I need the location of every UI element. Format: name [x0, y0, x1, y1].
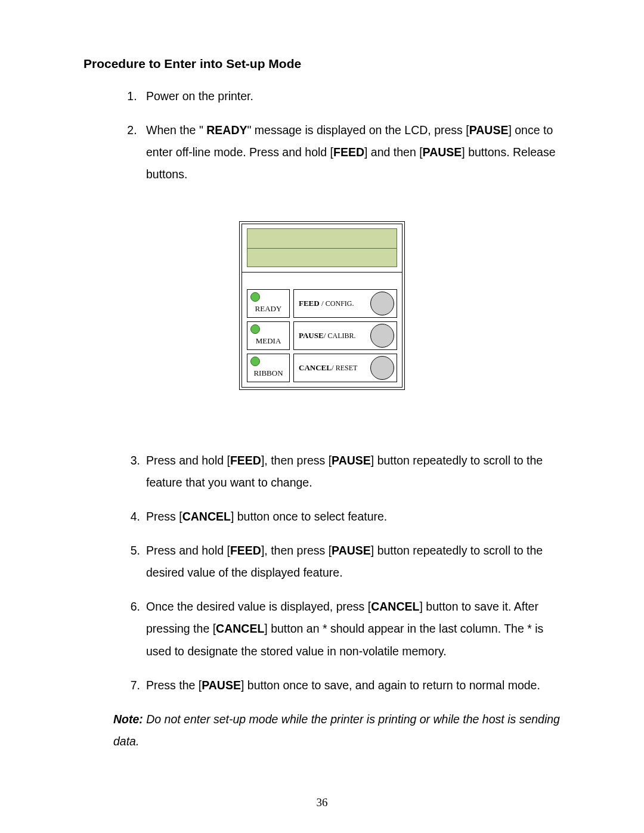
button-row-1: READY FEED / CONFIG.: [247, 289, 397, 318]
led-indicator-icon: [250, 292, 260, 302]
note-text: Do not enter set-up mode while the print…: [113, 713, 560, 748]
step-6: Once the desired value is displayed, pre…: [140, 596, 561, 662]
step-5: Press and hold [FEED], then press [PAUSE…: [140, 540, 561, 584]
led-media: MEDIA: [247, 321, 290, 350]
step-2: When the " READY" message is displayed o…: [140, 119, 561, 185]
button-row-2: MEDIA PAUSE/ CALIBR.: [247, 321, 397, 350]
cancel-button[interactable]: CANCEL/ RESET: [293, 354, 397, 382]
step-7: Press the [PAUSE] button once to save, a…: [140, 674, 561, 696]
button-circle-icon: [370, 324, 394, 348]
panel-inner-frame: READY FEED / CONFIG. MEDIA: [242, 224, 402, 388]
section-title: Procedure to Enter into Set-up Mode: [83, 57, 561, 71]
page-number: 36: [0, 796, 644, 809]
step-4: Press [CANCEL] button once to select fea…: [140, 506, 561, 528]
lcd-frame: [242, 224, 402, 272]
steps-list-b: Press and hold [FEED], then press [PAUSE…: [83, 450, 561, 696]
feed-button[interactable]: FEED / CONFIG.: [293, 289, 397, 318]
note-label: Note:: [113, 713, 143, 726]
step-3: Press and hold [FEED], then press [PAUSE…: [140, 450, 561, 494]
note-block: Note: Do not enter set-up mode while the…: [113, 708, 561, 753]
button-circle-icon: [370, 356, 394, 380]
button-label: CANCEL/ RESET: [299, 363, 357, 373]
led-indicator-icon: [250, 324, 260, 334]
led-indicator-icon: [250, 357, 260, 366]
button-label: PAUSE/ CALIBR.: [299, 331, 356, 340]
pause-button[interactable]: PAUSE/ CALIBR.: [293, 321, 397, 350]
button-label: FEED / CONFIG.: [299, 299, 354, 308]
printer-panel-figure: READY FEED / CONFIG. MEDIA: [83, 221, 561, 390]
steps-list-a: Power on the printer. When the " READY" …: [83, 85, 561, 185]
button-circle-icon: [370, 292, 394, 315]
led-ribbon: RIBBON: [247, 354, 290, 382]
led-label: RIBBON: [253, 368, 283, 378]
led-label: READY: [255, 304, 282, 314]
led-ready: READY: [247, 289, 290, 318]
panel-outer-frame: READY FEED / CONFIG. MEDIA: [239, 221, 405, 390]
step-1: Power on the printer.: [140, 85, 561, 107]
button-area: READY FEED / CONFIG. MEDIA: [242, 284, 402, 387]
lcd-screen: [247, 228, 397, 267]
led-label: MEDIA: [256, 336, 281, 346]
button-row-3: RIBBON CANCEL/ RESET: [247, 354, 397, 382]
